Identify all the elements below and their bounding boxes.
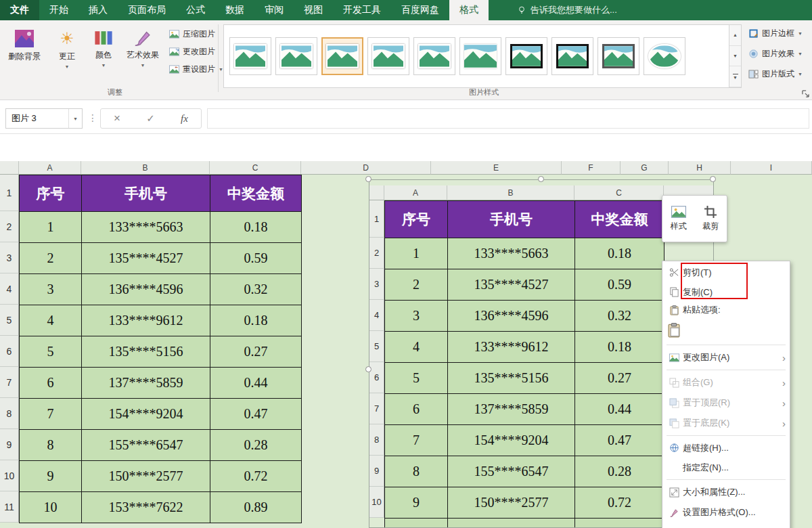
tab-data[interactable]: 数据 xyxy=(215,0,254,20)
column-header-h[interactable]: H xyxy=(669,161,731,175)
tab-review[interactable]: 审阅 xyxy=(254,0,294,20)
cell[interactable]: 0.27 xyxy=(210,336,302,368)
cell[interactable]: 6 xyxy=(20,368,82,399)
row-header-1[interactable]: 1 xyxy=(0,175,19,211)
row-header-10[interactable]: 10 xyxy=(0,460,19,491)
dialog-launcher-icon[interactable] xyxy=(801,89,810,97)
row-header-3[interactable]: 3 xyxy=(0,242,19,273)
tab-baidu-netdisk[interactable]: 百度网盘 xyxy=(391,0,449,20)
cell-c1[interactable]: 中奖金额 xyxy=(210,175,302,212)
cell[interactable]: 1 xyxy=(20,212,82,243)
cell[interactable]: 0.59 xyxy=(210,243,302,274)
menu-item-cut[interactable]: 剪切(T) xyxy=(662,263,790,282)
tab-developer[interactable]: 开发工具 xyxy=(333,0,391,20)
gallery-scroll-up-button[interactable]: ▲ xyxy=(729,25,741,46)
picture-border-button[interactable]: 图片边框 ▼ xyxy=(748,24,809,42)
picture-resize-handle-middle-left[interactable] xyxy=(365,366,371,372)
row-header-6[interactable]: 6 xyxy=(0,336,19,367)
picture-style-thumbnail[interactable] xyxy=(229,37,271,75)
styles-button[interactable]: 样式 xyxy=(668,203,690,235)
picture-resize-handle-top-left[interactable] xyxy=(365,176,371,182)
column-header-b[interactable]: B xyxy=(81,161,210,175)
paste-option-button[interactable] xyxy=(665,321,683,340)
cell[interactable]: 8 xyxy=(20,430,82,461)
tab-formulas[interactable]: 公式 xyxy=(176,0,215,20)
picture-style-thumbnail[interactable] xyxy=(275,37,317,75)
cell[interactable]: 0.72 xyxy=(210,461,302,492)
column-header-g[interactable]: G xyxy=(621,161,669,175)
row-header-4[interactable]: 4 xyxy=(0,273,19,305)
cell[interactable]: 0.18 xyxy=(210,212,302,243)
picture-style-thumbnail[interactable] xyxy=(505,37,547,75)
enter-button[interactable]: ✓ xyxy=(146,112,155,125)
color-button[interactable]: 颜色 ▼ xyxy=(87,23,120,87)
picture-style-thumbnail[interactable] xyxy=(413,37,455,75)
menu-item-size-and-properties[interactable]: 大小和属性(Z)... xyxy=(662,482,790,502)
select-all-corner[interactable] xyxy=(0,161,19,175)
picture-style-thumbnail[interactable] xyxy=(551,37,593,75)
picture-style-thumbnail[interactable] xyxy=(367,37,409,75)
name-box[interactable]: 图片 3 ▼ xyxy=(5,108,83,129)
row-header-7[interactable]: 7 xyxy=(0,367,19,398)
gallery-more-button[interactable]: ▼ xyxy=(729,66,741,87)
picture-style-thumbnail-selected[interactable] xyxy=(321,37,363,75)
name-box-dropdown-icon[interactable]: ▼ xyxy=(68,109,82,128)
tab-view[interactable]: 视图 xyxy=(294,0,333,20)
tab-page-layout[interactable]: 页面布局 xyxy=(118,0,176,20)
formula-input[interactable] xyxy=(207,108,809,129)
menu-item-hyperlink[interactable]: 超链接(H)... xyxy=(662,438,790,458)
change-picture-button[interactable]: 更改图片 xyxy=(166,43,218,60)
column-header-c[interactable]: C xyxy=(210,161,301,175)
cell[interactable]: 155****6547 xyxy=(82,430,210,461)
row-header-9[interactable]: 9 xyxy=(0,429,19,460)
column-header-a[interactable]: A xyxy=(19,161,81,175)
cell[interactable]: 154****9204 xyxy=(82,399,210,430)
column-header-i[interactable]: I xyxy=(731,161,812,175)
picture-effects-button[interactable]: 图片效果 ▼ xyxy=(748,45,809,62)
cell[interactable]: 9 xyxy=(20,461,82,492)
cell[interactable]: 0.47 xyxy=(210,399,302,430)
picture-style-thumbnail[interactable] xyxy=(459,37,501,75)
column-header-f[interactable]: F xyxy=(562,161,621,175)
cell-a1[interactable]: 序号 xyxy=(20,175,82,212)
cell[interactable]: 0.89 xyxy=(210,492,302,523)
cell[interactable]: 10 xyxy=(20,492,82,523)
tab-file[interactable]: 文件 xyxy=(0,0,39,20)
crop-button[interactable]: 裁剪 xyxy=(700,203,721,235)
artistic-effects-button[interactable]: 艺术效果 ▼ xyxy=(123,23,162,87)
corrections-button[interactable]: ☀ 更正 ▼ xyxy=(50,23,84,87)
gallery-scroll-down-button[interactable]: ▼ xyxy=(729,46,741,67)
menu-item-copy[interactable]: 复制(C) xyxy=(662,282,790,302)
formula-bar-resize-handle[interactable]: ⋮ xyxy=(88,112,97,123)
column-header-e[interactable]: E xyxy=(431,161,562,175)
tab-picture-format[interactable]: 格式 xyxy=(449,0,489,20)
insert-function-button[interactable]: fx xyxy=(181,113,188,125)
cell[interactable]: 0.28 xyxy=(210,430,302,461)
remove-background-button[interactable]: 删除背景 xyxy=(3,23,46,87)
cell[interactable]: 135****5156 xyxy=(82,336,210,368)
picture-resize-handle-top-right[interactable] xyxy=(710,176,716,182)
tab-insert[interactable]: 插入 xyxy=(78,0,118,20)
cell-b1[interactable]: 手机号 xyxy=(82,175,210,212)
cell[interactable]: 5 xyxy=(20,336,82,368)
tab-home[interactable]: 开始 xyxy=(39,0,78,20)
column-header-d[interactable]: D xyxy=(301,161,431,175)
cell[interactable]: 0.18 xyxy=(210,305,302,336)
row-header-8[interactable]: 8 xyxy=(0,398,19,429)
cell[interactable]: 2 xyxy=(20,243,82,274)
menu-item-assign-macro[interactable]: 指定宏(N)... xyxy=(662,458,790,477)
menu-item-format-picture[interactable]: 设置图片格式(O)... xyxy=(662,502,790,523)
picture-resize-handle-top-center[interactable] xyxy=(538,176,544,182)
cell[interactable]: 136****4596 xyxy=(82,274,210,305)
compress-picture-button[interactable]: 压缩图片 xyxy=(166,26,218,42)
tell-me-box[interactable]: 告诉我您想要做什么... xyxy=(517,0,617,20)
picture-style-thumbnail[interactable] xyxy=(597,37,639,75)
picture-style-thumbnail[interactable] xyxy=(644,37,685,75)
menu-item-change-picture[interactable]: 更改图片(A) › xyxy=(662,347,790,368)
cell[interactable]: 0.44 xyxy=(210,368,302,399)
reset-picture-button[interactable]: 重设图片 ▼ xyxy=(166,61,226,77)
cell[interactable]: 153****7622 xyxy=(82,492,210,523)
cell[interactable]: 133****9612 xyxy=(82,305,210,336)
row-header-11[interactable]: 11 xyxy=(0,491,19,523)
row-header-2[interactable]: 2 xyxy=(0,211,19,242)
